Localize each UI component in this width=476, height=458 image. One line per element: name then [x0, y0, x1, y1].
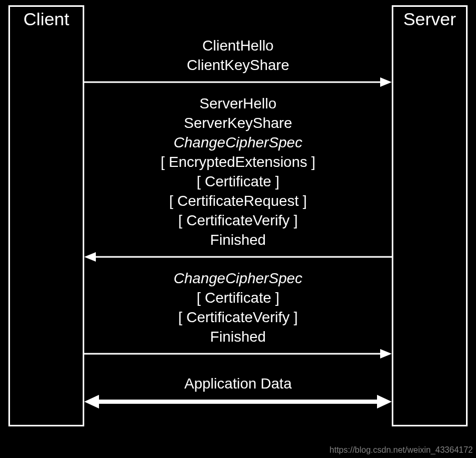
lifeline-server: Server	[392, 5, 468, 426]
svg-marker-6	[84, 395, 392, 409]
watermark-text: https://blog.csdn.net/weixin_43364172	[330, 445, 473, 455]
msg-text: ClientHello	[84, 36, 392, 55]
flight-3-messages: ChangeCipherSpec [ Certificate ] [ Certi…	[84, 268, 392, 346]
msg-text: Finished	[84, 327, 392, 346]
msg-text: Finished	[84, 230, 392, 250]
arrow-right-icon	[84, 76, 392, 88]
flight-2-messages: ServerHello ServerKeyShare ChangeCipherS…	[84, 94, 392, 250]
msg-text: [ CertificateVerify ]	[84, 211, 392, 230]
svg-marker-5	[380, 349, 392, 359]
msg-text: ClientKeyShare	[84, 55, 392, 75]
msg-text: [ CertificateVerify ]	[84, 307, 392, 327]
msg-text: [ Certificate ]	[84, 172, 392, 191]
arrow-right-icon	[84, 347, 392, 360]
arrow-left-icon	[84, 251, 392, 263]
flight-4-messages: Application Data	[84, 374, 392, 393]
sequence-diagram: Client Server ClientHello ClientKeyShare…	[0, 0, 476, 458]
msg-text: ServerHello	[84, 94, 392, 113]
flight-1-messages: ClientHello ClientKeyShare	[84, 36, 392, 75]
lifeline-server-label: Server	[393, 9, 466, 29]
svg-marker-3	[84, 252, 96, 262]
lifeline-client: Client	[8, 5, 84, 426]
msg-text: ServerKeyShare	[84, 113, 392, 133]
msg-text: [ CertificateRequest ]	[84, 191, 392, 211]
svg-marker-1	[380, 77, 392, 87]
msg-text: ChangeCipherSpec	[84, 133, 392, 152]
msg-text: [ EncryptedExtensions ]	[84, 152, 392, 172]
arrow-both-icon	[84, 394, 392, 410]
msg-text: Application Data	[84, 374, 392, 393]
msg-text: ChangeCipherSpec	[84, 268, 392, 288]
lifeline-client-label: Client	[10, 9, 83, 29]
msg-text: [ Certificate ]	[84, 288, 392, 307]
